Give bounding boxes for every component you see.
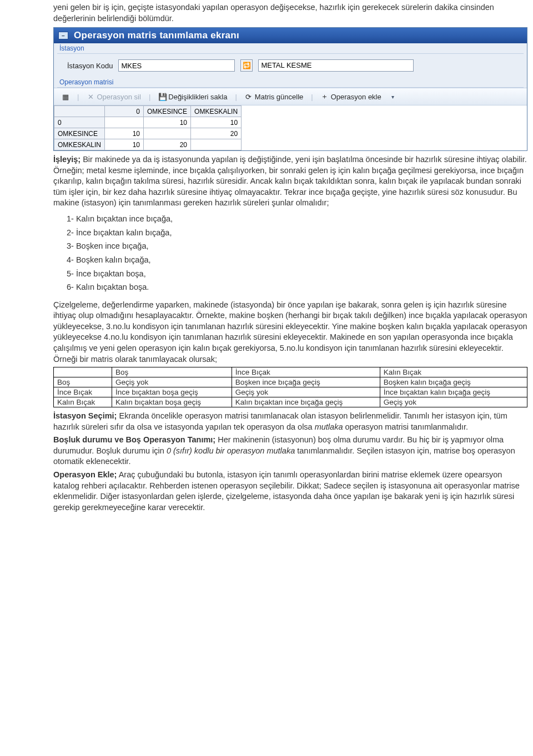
list-item: 2- İnce bıçaktan kalın bıçağa, [67,226,527,240]
matrix-corner [54,106,105,117]
window-titlebar: – Operasyon matris tanımlama ekranı [54,28,527,43]
delete-op-label: Operasyon sil [97,93,140,101]
italic-zero-code: 0 (sıfır) kodlu bir operasyon mutlaka [167,446,295,455]
list-item: 1- Kalın bıçaktan ince bıçağa, [67,212,527,226]
heading-station-selection: İstasyon Seçimi; [53,411,117,420]
matrix-row: OMKESINCE 10 20 [54,128,242,139]
delete-icon: ✕ [87,93,94,101]
matrix-window: – Operasyon matris tanımlama ekranı İsta… [53,27,527,151]
list-item: 3- Boşken ince bıçağa, [67,239,527,253]
refresh-icon: ⟳ [245,93,253,101]
example-col: İnce Bıçak [232,367,380,377]
matrix-cell[interactable]: 20 [144,139,191,150]
grid-icon: ▦ [62,93,69,101]
save-changes-button[interactable]: 💾 Değişiklikleri sakla [154,92,232,102]
example-cell: Kalın bıçaktan ince bıçağa geçiş [232,397,380,407]
station-desc: METAL KESME [258,59,414,72]
conditions-list: 1- Kalın bıçaktan ince bıçağa, 2- İnce b… [67,212,527,294]
heading-isleyis: İşleyiş; [53,155,81,164]
matrix-rowhead: OMKESINCE [54,128,105,139]
matrix-group-label: Operasyon matrisi [54,77,527,87]
add-icon: ＋ [321,92,329,102]
matrix-col-0: 0 [105,106,144,117]
grid-view-button[interactable]: ▦ [57,92,74,102]
example-col: Kalın Bıçak [380,367,527,377]
update-matrix-label: Matris güncelle [255,93,303,101]
matrix-col-1: OMKESINCE [144,106,191,117]
save-icon: 💾 [158,93,166,101]
matrix-cell[interactable]: 10 [105,139,144,150]
list-item: 6- Kalın bıçaktan boşa. [67,280,527,294]
example-cell: Geçiş yok [232,387,380,397]
matrix-row: 0 10 10 [54,117,242,128]
paragraph-empty-status: Boşluk durumu ve Boş Operasyon Tanımı; H… [53,435,527,467]
text-op-add: Araç çubuğundaki bu butonla, istasyon iç… [53,470,520,512]
matrix-cell[interactable] [144,128,191,139]
matrix-cell[interactable]: 10 [144,117,191,128]
window-title: Operasyon matris tanımlama ekranı [74,30,239,41]
example-cell: Boşken ince bıçağa geçiş [232,377,380,387]
heading-empty-status: Boşluk durumu ve Boş Operasyon Tanımı; [53,435,215,444]
text-station-selection-tail: operasyon matrisi tanımlanmalıdır. [343,422,468,431]
matrix-rowhead: OMKESKALIN [54,139,105,150]
matrix-toolbar: ▦ | ✕ Operasyon sil | 💾 Değişiklikleri s… [54,88,527,105]
list-item: 4- Boşken kalın bıçağa, [67,253,527,267]
add-op-label: Operasyon ekle [331,93,381,101]
example-matrix-table: Boş İnce Bıçak Kalın Bıçak Boş Geçiş yok… [53,367,527,407]
paragraph-station-selection: İstasyon Seçimi; Ekranda öncelikle opera… [53,411,527,432]
paragraph-isleyis: İşleyiş; Bir makinede ya da iş istasyonu… [53,154,527,209]
matrix-cell[interactable] [105,117,144,128]
example-corner [54,367,112,377]
minimize-icon[interactable]: – [58,32,68,39]
paragraph-op-add: Operasyon Ekle; Araç çubuğundaki bu buto… [53,470,527,513]
example-cell: İnce bıçaktan kalın bıçağa geçiş [380,387,527,397]
example-cell: Kalın bıçaktan boşa geçiş [112,397,232,407]
save-changes-label: Değişiklikleri sakla [168,93,227,101]
intro-text: yeni gelen bir iş için, geçişte istasyon… [53,2,527,24]
matrix-cell[interactable]: 10 [105,128,144,139]
station-lookup-button[interactable]: 🔁 [240,59,253,72]
matrix-table[interactable]: 0 OMKESINCE OMKESKALIN 0 10 10 OMKESINCE… [54,105,242,150]
paragraph-isleyis-body: Bir makinede ya da iş istasyonunda yapıl… [53,155,527,207]
paragraph-scheduling: Çizelgeleme, değerlendirme yaparken, mak… [53,300,527,365]
add-op-button[interactable]: ＋ Operasyon ekle [316,90,386,103]
matrix-header-row: 0 OMKESINCE OMKESKALIN [54,106,242,117]
example-rowhead: Boş [54,377,112,387]
example-cell: İnce bıçaktan boşa geçiş [112,387,232,397]
station-group-label: İstasyon [54,43,527,53]
lookup-icon: 🔁 [243,62,251,69]
example-col: Boş [112,367,232,377]
update-matrix-button[interactable]: ⟳ Matris güncelle [240,92,308,102]
matrix-col-2: OMKESKALIN [191,106,242,117]
list-item: 5- İnce bıçaktan boşa, [67,267,527,281]
italic-mutlaka: mutlaka [315,422,343,431]
station-code-input[interactable] [118,59,235,72]
dropdown-arrow-icon[interactable]: ▾ [389,94,396,100]
example-cell: Geçiş yok [112,377,232,387]
matrix-cell[interactable] [191,139,242,150]
matrix-row: OMKESKALIN 10 20 [54,139,242,150]
matrix-cell[interactable]: 20 [191,128,242,139]
station-code-label: İstasyon Kodu [67,62,113,70]
example-rowhead: İnce Bıçak [54,387,112,397]
heading-op-add: Operasyon Ekle; [53,470,117,479]
station-row: İstasyon Kodu 🔁 METAL KESME [54,54,527,77]
delete-op-button[interactable]: ✕ Operasyon sil [82,92,145,102]
example-rowhead: Kalın Bıçak [54,397,112,407]
matrix-rowhead: 0 [54,117,105,128]
example-cell: Geçiş yok [380,397,527,407]
matrix-cell[interactable]: 10 [191,117,242,128]
example-cell: Boşken kalın bıçağa geçiş [380,377,527,387]
